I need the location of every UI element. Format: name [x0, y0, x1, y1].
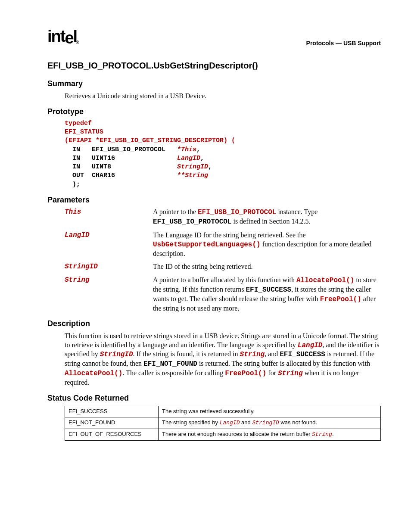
param-desc: The Language ID for the string being ret…: [153, 231, 381, 258]
heading-parameters: Parameters: [47, 195, 381, 205]
param-row-this: This A pointer to the EFI_USB_IO_PROTOCO…: [65, 208, 381, 227]
function-title: EFI_USB_IO_PROTOCOL.UsbGetStringDescript…: [47, 60, 381, 71]
status-table: EFI_SUCCESS The string was retrieved suc…: [65, 406, 381, 441]
param-desc: A pointer to the EFI_USB_IO_PROTOCOL ins…: [153, 208, 381, 227]
status-desc: The string was retrieved successfully.: [159, 406, 381, 417]
param-row-langid: LangID The Language ID for the string be…: [65, 231, 381, 258]
status-code: EFI_SUCCESS: [65, 406, 159, 417]
param-row-string: String A pointer to a buffer allocated b…: [65, 276, 381, 313]
description-body: This function is used to retrieve string…: [65, 332, 381, 387]
status-row: EFI_OUT_OF_RESOURCES There are not enoug…: [65, 429, 381, 440]
param-row-stringid: StringID The ID of the string being retr…: [65, 262, 381, 271]
heading-prototype: Prototype: [47, 107, 381, 117]
summary-text: Retrieves a Unicode string stored in a U…: [65, 92, 381, 101]
param-desc: The ID of the string being retrieved.: [153, 262, 381, 271]
prototype-code: typedef EFI_STATUS (EFIAPI *EFI_USB_IO_G…: [65, 119, 381, 189]
heading-summary: Summary: [47, 79, 381, 89]
status-desc: There are not enough resources to alloca…: [159, 429, 381, 440]
param-name: This: [65, 208, 153, 227]
section-label: Protocols — USB Support: [306, 39, 381, 47]
heading-description: Description: [47, 319, 381, 329]
status-row: EFI_SUCCESS The string was retrieved suc…: [65, 406, 381, 417]
param-name: StringID: [65, 262, 153, 271]
logo: intel®: [47, 26, 79, 47]
param-name: LangID: [65, 231, 153, 258]
status-code: EFI_OUT_OF_RESOURCES: [65, 429, 159, 440]
param-desc: A pointer to a buffer allocated by this …: [153, 276, 381, 313]
status-code: EFI_NOT_FOUND: [65, 417, 159, 429]
status-row: EFI_NOT_FOUND The string specified by La…: [65, 417, 381, 429]
heading-status-codes: Status Code Returned: [47, 393, 381, 403]
status-desc: The string specified by LangID and Strin…: [159, 417, 381, 429]
param-name: String: [65, 276, 153, 313]
page-header: intel® Protocols — USB Support: [47, 26, 381, 47]
